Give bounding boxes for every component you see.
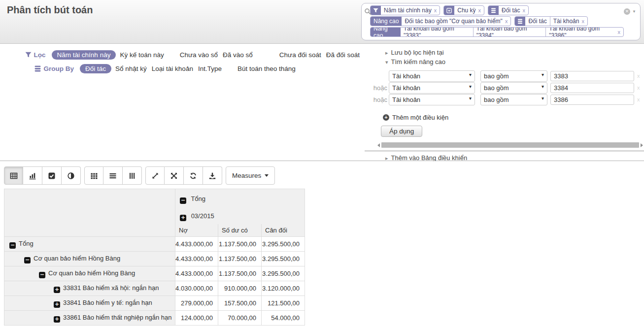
- table-icon: [10, 172, 18, 180]
- reload-button[interactable]: [184, 166, 203, 185]
- facet-period[interactable]: Chu kỳx: [443, 5, 484, 15]
- facet-fiscal-year[interactable]: Năm tài chính nàyx: [370, 5, 440, 15]
- layout-mode-group: [84, 166, 142, 185]
- filter-posted[interactable]: Đã vào sổ: [223, 51, 253, 59]
- top-bar: Phân tích bút toán ✕ ▼ Năm tài chính này…: [0, 0, 644, 44]
- condition-operator-select[interactable]: bao gồm: [480, 94, 547, 105]
- filter-unreconciled[interactable]: Chưa đối soát: [279, 51, 321, 59]
- facet-row-3: Nâng cao Tài khoản bao gồm "3383" Tài kh…: [370, 27, 627, 37]
- expand-icon[interactable]: [54, 287, 60, 293]
- filter-this-period[interactable]: Kỳ kế toán này: [120, 51, 164, 59]
- facet-remove-icon[interactable]: x: [434, 7, 437, 13]
- measure-header-balance[interactable]: Cân đối: [262, 224, 305, 237]
- collapse-icon[interactable]: [24, 257, 31, 263]
- advanced-search-toggle[interactable]: Tìm kiếm nâng cao: [365, 58, 644, 66]
- groupby-int-type[interactable]: Int.Type: [198, 65, 222, 72]
- condition-row: hoặc Tài khoản bao gồm x: [365, 82, 644, 94]
- column-mode-button[interactable]: [123, 166, 142, 185]
- pivot-col-total-header[interactable]: Tổng: [175, 189, 305, 210]
- pivot-row-header[interactable]: Tổng: [4, 237, 175, 252]
- expand-icon[interactable]: [54, 316, 60, 323]
- advanced-badge: Nâng cao: [371, 17, 402, 26]
- pivot-row-header[interactable]: 33831 Bảo hiểm xã hội: ngắn hạn: [4, 281, 175, 296]
- search-box[interactable]: ✕ ▼ Năm tài chính nàyx Chu kỳx: [361, 3, 641, 40]
- facet-remove-icon[interactable]: x: [618, 29, 621, 35]
- plus-circle-icon: +: [383, 114, 389, 121]
- condition-value-input[interactable]: [550, 95, 634, 105]
- facet-advanced-account[interactable]: Nâng cao Tài khoản bao gồm "3383" Tài kh…: [370, 27, 624, 37]
- facet-groupby-partner-account[interactable]: Đối tác Tài khoảnx: [514, 16, 588, 26]
- pivot-cell: 1.137.500,00: [218, 237, 262, 252]
- dashboard-section: Thêm vào Bảng điều khiển: [365, 151, 644, 162]
- pivot-row-header[interactable]: 33861 Bảo hiểm thất nghiệp ngắn hạn: [4, 311, 175, 326]
- group-by-icon: [488, 6, 499, 15]
- facet-value: Tài khoản: [553, 18, 579, 25]
- groupby-entries-by-month[interactable]: Bút toán theo tháng: [237, 65, 296, 72]
- pivot-row: 33831 Bảo hiểm xã hội: ngắn hạn 4.030.00…: [4, 281, 305, 296]
- filter-reconciled[interactable]: Đã đối soát: [326, 51, 360, 59]
- measure-header-credit-balance[interactable]: Số dư có: [218, 224, 262, 237]
- pivot-col-period-header[interactable]: 03/2015: [175, 210, 305, 224]
- scroll-right-icon[interactable]: [641, 143, 643, 147]
- collapse-icon[interactable]: [39, 272, 45, 278]
- add-condition-link[interactable]: + Thêm một điều kiện: [365, 114, 644, 121]
- facet-partner[interactable]: Đối tácx: [488, 5, 529, 15]
- pivot-cell: 1.137.500,00: [218, 266, 262, 281]
- condition-row: Tài khoản bao gồm x: [365, 70, 644, 82]
- pivot-row: Cơ quan bảo hiểm Hồng Bàng 4.433.000,00 …: [4, 266, 305, 281]
- scrollbar-thumb[interactable]: [381, 142, 639, 148]
- swap-axes-button[interactable]: [165, 166, 184, 185]
- pivot-row-header[interactable]: Cơ quan bảo hiểm Hồng Bàng: [4, 266, 175, 281]
- condition-operator-select[interactable]: bao gồm: [480, 82, 547, 94]
- groupby-journal[interactable]: Sổ nhật ký: [115, 65, 147, 72]
- condition-operator-select[interactable]: bao gồm: [480, 70, 547, 82]
- condition-value-input[interactable]: [550, 71, 634, 81]
- pivot-cell: 54.000,00: [262, 311, 305, 326]
- expand-icon[interactable]: [54, 301, 60, 308]
- filter-unposted[interactable]: Chưa vào sổ: [180, 51, 218, 59]
- measure-header-debit[interactable]: Nợ: [175, 224, 218, 237]
- heatmap-mode-button[interactable]: [62, 166, 81, 185]
- row-mode-button[interactable]: [103, 166, 123, 185]
- add-to-dashboard-link[interactable]: Thêm vào Bảng điều khiển: [365, 154, 644, 162]
- checkbox-mode-button[interactable]: [42, 166, 62, 185]
- groupby-account-type[interactable]: Loại tài khoản: [152, 65, 193, 72]
- collapse-icon[interactable]: [180, 197, 186, 204]
- filter-this-fiscal-year[interactable]: Năm tài chính này: [52, 50, 116, 60]
- condition-field-select[interactable]: Tài khoản: [389, 82, 475, 94]
- expand-icon[interactable]: [180, 215, 186, 221]
- chevron-down-icon[interactable]: ▼: [632, 9, 636, 14]
- grid-mode-button[interactable]: [84, 166, 103, 185]
- facet-remove-icon[interactable]: x: [581, 18, 584, 24]
- condition-field-select[interactable]: Tài khoản: [389, 70, 475, 82]
- table-view-button[interactable]: [4, 166, 23, 185]
- condition-field-select[interactable]: Tài khoản: [389, 94, 475, 105]
- apply-button[interactable]: Áp dụng: [381, 126, 422, 137]
- clear-search-icon[interactable]: ✕: [624, 8, 630, 15]
- scroll-left-icon[interactable]: [377, 143, 380, 147]
- facet-remove-icon[interactable]: x: [478, 7, 481, 13]
- remove-condition-icon[interactable]: x: [637, 85, 640, 91]
- facet-remove-icon[interactable]: x: [522, 7, 525, 13]
- pivot-row-header[interactable]: Cơ quan bảo hiểm Hồng Bàng: [4, 252, 175, 266]
- filter-icon: [371, 6, 381, 15]
- view-mode-group: [4, 166, 81, 185]
- save-current-filter-link[interactable]: Lưu bộ lọc hiện tại: [365, 49, 644, 56]
- collapse-icon[interactable]: [9, 242, 16, 249]
- expand-all-button[interactable]: [145, 166, 165, 185]
- remove-condition-icon[interactable]: x: [637, 97, 640, 102]
- facet-advanced-partner[interactable]: Nâng cao Đối tác bao gồm "Cơ quan bảo hi…: [370, 16, 511, 26]
- groupby-partner[interactable]: Đối tác: [80, 64, 111, 73]
- bar-chart-button[interactable]: [23, 166, 42, 185]
- operator-select-wrap: bao gồm: [480, 94, 547, 105]
- remove-condition-icon[interactable]: x: [637, 73, 640, 79]
- pivot-header-row-total: Tổng: [4, 189, 305, 210]
- condition-value-input[interactable]: [550, 83, 634, 93]
- download-button[interactable]: [203, 166, 222, 185]
- pivot-corner-cell: [4, 189, 175, 237]
- measures-button[interactable]: Measures: [226, 166, 275, 185]
- facet-remove-icon[interactable]: x: [505, 18, 508, 24]
- search-icon: [364, 8, 372, 17]
- pivot-row-header[interactable]: 33841 Bảo hiểm y tế: ngắn hạn: [4, 296, 175, 311]
- horizontal-scrollbar[interactable]: [365, 142, 644, 148]
